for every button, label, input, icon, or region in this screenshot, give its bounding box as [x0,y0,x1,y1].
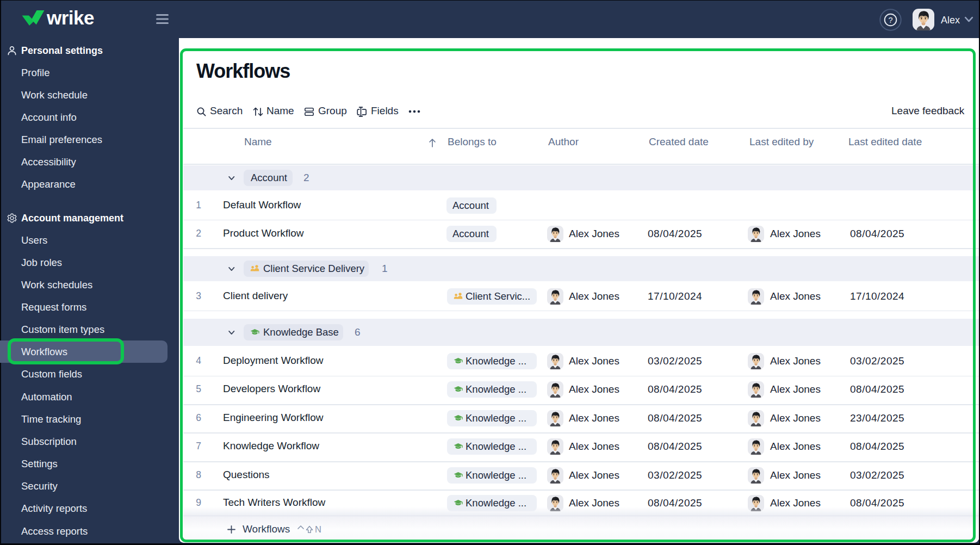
svg-text:N: N [315,524,321,534]
svg-text:?: ? [888,16,892,24]
